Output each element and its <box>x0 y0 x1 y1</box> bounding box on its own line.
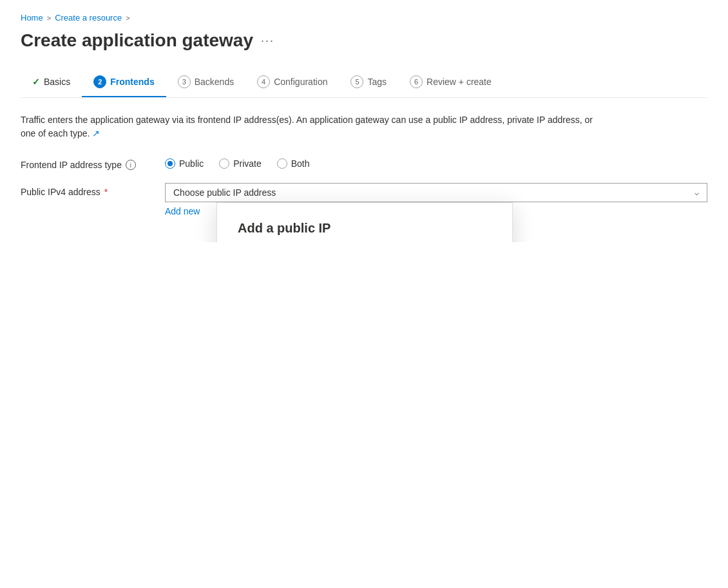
public-ipv4-row: Public IPv4 address * Choose public IP a… <box>21 183 707 216</box>
radio-private-circle <box>219 158 229 169</box>
tabs-container: ✓ Basics 2 Frontends 3 Backends 4 Config… <box>21 69 707 98</box>
tab-frontends-number: 2 <box>93 75 106 88</box>
radio-private[interactable]: Private <box>219 158 262 169</box>
tab-configuration-label: Configuration <box>274 77 327 87</box>
public-ipv4-label: Public IPv4 address * <box>21 183 149 197</box>
tab-configuration[interactable]: 4 Configuration <box>245 69 339 97</box>
tab-config-number: 4 <box>257 75 270 88</box>
tab-review-number: 6 <box>410 75 423 88</box>
tab-tags-number: 5 <box>350 75 363 88</box>
breadcrumb: Home > Create a resource > <box>21 13 707 23</box>
modal-overlay: Add new Add a public IP Name * ✓ <box>165 202 707 216</box>
basics-check-icon: ✓ <box>32 77 40 87</box>
tab-frontends[interactable]: 2 Frontends <box>82 69 166 97</box>
dropdown-chevron-icon: ⌵ <box>694 188 699 197</box>
public-ipv4-controls: Choose public IP address ⌵ Add new Add a… <box>165 183 707 216</box>
tab-backends[interactable]: 3 Backends <box>166 69 245 97</box>
radio-both[interactable]: Both <box>277 158 310 169</box>
description-link[interactable]: ↗ <box>92 128 100 138</box>
ellipsis-button[interactable]: ··· <box>261 34 274 48</box>
page-title: Create application gateway <box>21 30 253 51</box>
tab-frontends-label: Frontends <box>110 77 154 87</box>
tab-review-create-label: Review + create <box>426 77 492 87</box>
frontend-ip-label: Frontend IP address type i <box>21 156 149 170</box>
tab-tags-label: Tags <box>367 77 387 87</box>
radio-public[interactable]: Public <box>165 158 204 169</box>
radio-public-label: Public <box>179 158 204 169</box>
radio-public-circle <box>165 158 175 169</box>
radio-both-label: Both <box>291 158 310 169</box>
tab-basics-label: Basics <box>44 77 70 87</box>
frontend-ip-type-row: Frontend IP address type i Public Privat… <box>21 156 707 170</box>
dropdown-placeholder: Choose public IP address <box>173 187 276 198</box>
radio-both-circle <box>277 158 287 169</box>
radio-public-dot <box>168 161 173 166</box>
breadcrumb-sep1: > <box>47 14 51 22</box>
page-title-row: Create application gateway ··· <box>21 30 707 51</box>
radio-private-label: Private <box>233 158 262 169</box>
tab-tags[interactable]: 5 Tags <box>339 69 398 97</box>
frontends-description: Traffic enters the application gateway v… <box>21 113 600 140</box>
public-ipv4-required: * <box>104 187 108 197</box>
modal-title: Add a public IP <box>238 221 492 236</box>
frontend-ip-radio-group: Public Private Both <box>165 156 707 169</box>
add-new-link[interactable]: Add new <box>165 206 200 216</box>
tab-review-create[interactable]: 6 Review + create <box>398 69 503 97</box>
add-public-ip-modal: Add a public IP Name * ✓ <box>216 202 513 242</box>
tab-basics[interactable]: ✓ Basics <box>21 70 82 96</box>
frontend-ip-controls: Public Private Both <box>165 156 707 169</box>
breadcrumb-create-resource[interactable]: Create a resource <box>55 13 122 23</box>
breadcrumb-sep2: > <box>126 14 129 22</box>
breadcrumb-home[interactable]: Home <box>21 13 43 23</box>
public-ip-dropdown[interactable]: Choose public IP address ⌵ <box>165 183 707 202</box>
frontend-ip-info-icon[interactable]: i <box>126 160 136 170</box>
tab-backends-number: 3 <box>178 75 191 88</box>
tab-backends-label: Backends <box>195 77 234 87</box>
